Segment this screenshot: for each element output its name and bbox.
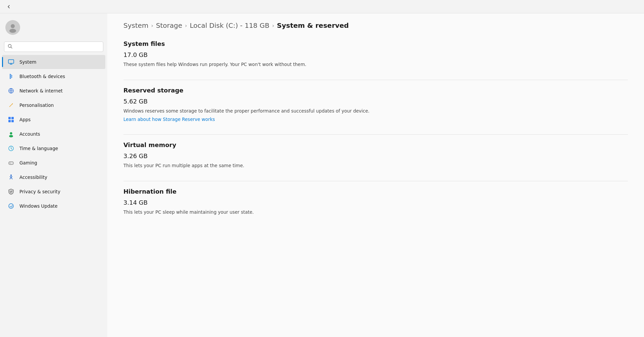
svg-point-20 (12, 163, 12, 163)
breadcrumb-separator: › (151, 22, 153, 29)
sidebar-item-label-accessibility: Accessibility (19, 175, 47, 180)
sidebar-item-label-privacy: Privacy & security (19, 189, 60, 194)
sidebar: SystemBluetooth & devicesNetwork & inter… (0, 13, 107, 337)
section-link-reserved-storage[interactable]: Learn about how Storage Reserve works (123, 117, 215, 122)
close-button[interactable] (625, 1, 640, 12)
section-title-hibernation-file: Hibernation file (123, 188, 628, 195)
window-controls (594, 1, 640, 12)
minimize-button[interactable] (594, 1, 609, 12)
section-reserved-storage: Reserved storage5.62 GBWindows reserves … (123, 80, 628, 122)
sidebar-item-time[interactable]: Time & language (2, 141, 105, 155)
section-system-files: System files17.0 GBThese system files he… (123, 40, 628, 68)
sidebar-item-label-system: System (19, 59, 36, 65)
section-size-virtual-memory: 3.26 GB (123, 152, 628, 159)
app-body: SystemBluetooth & devicesNetwork & inter… (0, 13, 644, 337)
sidebar-item-label-apps: Apps (19, 117, 31, 122)
sidebar-item-label-time: Time & language (19, 146, 58, 151)
update-icon (7, 202, 15, 210)
breadcrumb-item: System & reserved (277, 21, 349, 29)
svg-line-3 (11, 47, 12, 49)
section-title-system-files: System files (123, 40, 628, 47)
svg-point-25 (9, 204, 13, 208)
section-size-reserved-storage: 5.62 GB (123, 98, 628, 105)
sections-container: System files17.0 GBThese system files he… (123, 40, 628, 215)
breadcrumb-separator: › (185, 22, 187, 29)
section-divider (123, 181, 628, 181)
sidebar-item-label-bluetooth: Bluetooth & devices (19, 74, 65, 79)
section-desc-reserved-storage: Windows reserves some storage to facilit… (123, 108, 385, 114)
restore-button[interactable] (609, 1, 625, 12)
search-icon (8, 44, 12, 50)
svg-point-1 (9, 29, 16, 33)
sidebar-item-network[interactable]: Network & internet (2, 84, 105, 98)
section-hibernation-file: Hibernation file3.14 GBThis lets your PC… (123, 181, 628, 215)
sidebar-item-label-update: Windows Update (19, 203, 57, 209)
svg-rect-4 (8, 60, 14, 63)
privacy-icon (7, 188, 15, 195)
breadcrumb-item[interactable]: Local Disk (C:) - 118 GB (190, 21, 270, 29)
section-title-reserved-storage: Reserved storage (123, 87, 628, 94)
breadcrumb-item[interactable]: System (123, 21, 149, 29)
titlebar (0, 0, 644, 13)
network-icon (7, 87, 15, 94)
svg-rect-10 (8, 117, 11, 119)
search-input[interactable] (15, 44, 100, 49)
svg-point-0 (11, 24, 15, 28)
svg-rect-17 (9, 162, 13, 164)
breadcrumb-item[interactable]: Storage (156, 21, 182, 29)
sidebar-item-accounts[interactable]: Accounts (2, 127, 105, 141)
sidebar-item-accessibility[interactable]: Accessibility (2, 170, 105, 184)
search-box[interactable] (4, 42, 103, 52)
sidebar-item-system[interactable]: System (2, 55, 105, 69)
svg-point-15 (9, 135, 13, 137)
user-profile[interactable] (0, 13, 107, 40)
breadcrumb: System›Storage›Local Disk (C:) - 118 GB›… (123, 21, 628, 29)
section-size-hibernation-file: 3.14 GB (123, 199, 628, 206)
svg-point-9 (12, 104, 13, 104)
breadcrumb-separator: › (272, 22, 274, 29)
svg-line-24 (12, 178, 12, 179)
section-desc-system-files: These system files help Windows run prop… (123, 61, 385, 68)
sidebar-item-bluetooth[interactable]: Bluetooth & devices (2, 69, 105, 83)
svg-line-23 (10, 178, 10, 179)
section-divider (123, 134, 628, 135)
back-button[interactable] (4, 2, 13, 11)
section-divider (123, 80, 628, 80)
svg-rect-5 (10, 64, 12, 65)
system-icon (7, 58, 15, 66)
sidebar-item-update[interactable]: Windows Update (2, 199, 105, 213)
sidebar-item-label-network: Network & internet (19, 88, 63, 93)
section-desc-hibernation-file: This lets your PC sleep while maintainin… (123, 209, 385, 215)
bluetooth-icon (7, 73, 15, 80)
sidebar-item-label-personalisation: Personalisation (19, 103, 54, 108)
personalisation-icon (7, 102, 15, 109)
time-icon (7, 145, 15, 152)
svg-rect-12 (8, 120, 11, 122)
gaming-icon (7, 159, 15, 166)
nav-list: SystemBluetooth & devicesNetwork & inter… (0, 55, 107, 213)
svg-rect-13 (11, 120, 14, 122)
sidebar-item-privacy[interactable]: Privacy & security (2, 185, 105, 199)
sidebar-item-personalisation[interactable]: Personalisation (2, 98, 105, 112)
section-desc-virtual-memory: This lets your PC run multiple apps at t… (123, 162, 385, 169)
apps-icon (7, 116, 15, 123)
sidebar-item-label-accounts: Accounts (19, 131, 40, 137)
accessibility-icon (7, 174, 15, 181)
accounts-icon (7, 130, 15, 138)
svg-rect-11 (11, 117, 14, 119)
main-content: System›Storage›Local Disk (C:) - 118 GB›… (107, 13, 644, 337)
section-size-system-files: 17.0 GB (123, 51, 628, 58)
sidebar-item-gaming[interactable]: Gaming (2, 156, 105, 170)
avatar (5, 20, 20, 35)
section-title-virtual-memory: Virtual memory (123, 141, 628, 148)
sidebar-item-apps[interactable]: Apps (2, 113, 105, 127)
svg-point-14 (10, 132, 12, 135)
section-virtual-memory: Virtual memory3.26 GBThis lets your PC r… (123, 134, 628, 169)
sidebar-item-label-gaming: Gaming (19, 160, 37, 165)
